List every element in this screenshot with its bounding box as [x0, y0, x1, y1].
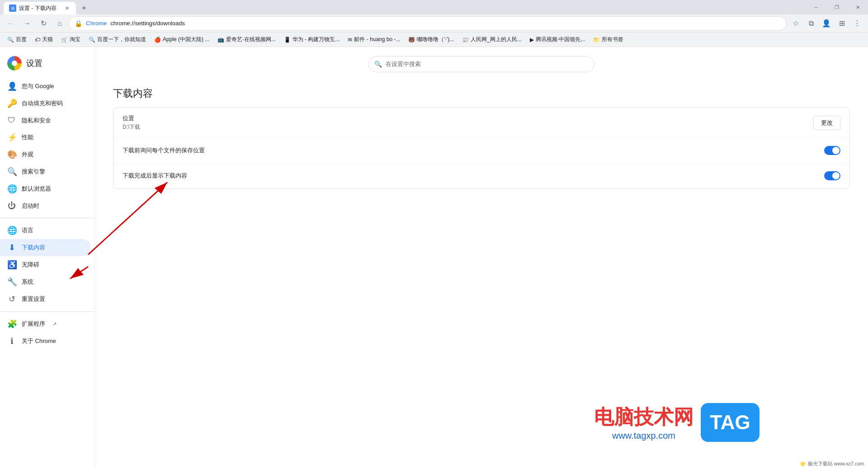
sidebar-item-browser[interactable]: 🌐 默认浏览器 — [0, 180, 91, 197]
sidebar-label: 外观 — [22, 150, 33, 159]
chrome-logo-inner — [12, 61, 17, 66]
watermark-url: www.tagxp.com — [594, 431, 693, 441]
new-tab-button[interactable]: + — [78, 2, 90, 14]
bookmark-tianmao[interactable]: 🏷天猫 — [31, 35, 57, 44]
menu-button[interactable]: ⋮ — [850, 16, 864, 31]
bookmark-all[interactable]: 📁所有书签 — [590, 35, 627, 44]
address-bar[interactable]: 🔒 Chrome chrome://settings/downloads — [69, 16, 787, 31]
bookmark-label: 所有书签 — [602, 36, 623, 43]
sidebar-label: 搜索引擎 — [22, 168, 45, 176]
tab-bar: ⚙ 设置 - 下载内容 ✕ + — [0, 0, 806, 14]
bookmark-huawei[interactable]: 📱华为 - 构建万物互... — [280, 35, 344, 44]
forward-button[interactable]: → — [20, 16, 34, 31]
location-value: D:\下载 — [123, 123, 813, 131]
key-icon: 🔑 — [7, 98, 16, 108]
extensions-button[interactable]: ⧉ — [804, 16, 818, 31]
browser-content: 设置 👤 您与 Google 🔑 自动填充和密码 🛡 隐私和安全 ⚡ 性能 🎨 … — [0, 47, 868, 469]
back-button[interactable]: ← — [4, 16, 18, 31]
bookmark-baidu-search[interactable]: 🔍百度一下，你就知道 — [85, 35, 150, 44]
bookmark-tencent[interactable]: ▶腾讯视频·中国领先... — [526, 35, 589, 44]
tab-close-button[interactable]: ✕ — [63, 5, 71, 12]
change-location-button[interactable]: 更改 — [813, 116, 840, 130]
sidebar-label: 默认浏览器 — [22, 185, 51, 193]
bookmark-icon: 🍎 — [154, 37, 161, 43]
watermark-area: 电脑技术网 www.tagxp.com TAG — [594, 403, 760, 442]
sidebar-item-appearance[interactable]: 🎨 外观 — [0, 146, 91, 163]
sidebar-label: 语言 — [22, 226, 33, 234]
bookmark-dou[interactable]: 🐻嘟噜噜噜（'·')... — [405, 35, 458, 44]
show-downloads-row: 下载完成后显示下载内容 — [113, 163, 849, 188]
bookmark-label: 腾讯视频·中国领先... — [536, 36, 585, 43]
ask-download-row: 下载前询问每个文件的保存位置 — [113, 138, 849, 163]
chrome-logo — [7, 56, 22, 70]
settings-sidebar: 设置 👤 您与 Google 🔑 自动填充和密码 🛡 隐私和安全 ⚡ 性能 🎨 … — [0, 47, 95, 469]
sidebar-item-downloads[interactable]: ⬇ 下载内容 — [0, 239, 91, 256]
location-row-content: 位置 D:\下载 — [123, 114, 813, 131]
external-link-icon: ↗ — [52, 321, 57, 327]
bookmark-icon: 🛒 — [61, 37, 68, 43]
sidebar-item-extensions[interactable]: 🧩 扩展程序 ↗ — [0, 315, 91, 333]
sidebar-item-accessibility[interactable]: ♿ 无障碍 — [0, 256, 91, 273]
sidebar-label: 性能 — [22, 133, 33, 141]
bookmark-icon: ▶ — [530, 37, 534, 43]
active-tab[interactable]: ⚙ 设置 - 下载内容 ✕ — [4, 2, 76, 14]
sidebar-label: 启动时 — [22, 202, 39, 210]
location-label: 位置 — [123, 114, 813, 122]
show-downloads-content: 下载完成后显示下载内容 — [123, 172, 824, 180]
tag-badge: TAG — [701, 403, 760, 442]
content-area: 下载内容 位置 D:\下载 更改 下载前询问每个文件的保存位置 — [95, 80, 868, 189]
sidebar-label: 系统 — [22, 278, 33, 286]
sidebar-item-startup[interactable]: ⏻ 启动时 — [0, 197, 91, 214]
tab-favicon: ⚙ — [9, 5, 16, 12]
apps-button[interactable]: ⊞ — [835, 16, 849, 31]
bookmark-label: 人民网_网上的人民... — [471, 36, 522, 43]
bookmark-icon: ✉ — [348, 37, 352, 43]
sidebar-item-autofill[interactable]: 🔑 自动填充和密码 — [0, 95, 91, 112]
sidebar-item-google[interactable]: 👤 您与 Google — [0, 78, 91, 95]
bookmark-baidu[interactable]: 🔍百度 — [4, 35, 30, 44]
bookmark-label: 邮件 - huang bo -... — [354, 36, 400, 43]
bookmark-mail[interactable]: ✉邮件 - huang bo -... — [344, 35, 404, 44]
bottom-watermark-text: 极光下载站 www.xz7.com — [808, 460, 864, 467]
person-icon: 👤 — [7, 81, 16, 91]
download-icon: ⬇ — [7, 243, 16, 253]
show-downloads-toggle[interactable] — [824, 171, 840, 180]
sidebar-divider — [0, 218, 94, 218]
bookmark-iqiyi[interactable]: 📺爱奇艺·在线视频网... — [214, 35, 279, 44]
sidebar-item-system[interactable]: 🔧 系统 — [0, 273, 91, 291]
page-title: 下载内容 — [113, 80, 850, 104]
settings-page-title: 设置 — [26, 58, 42, 69]
sidebar-label: 下载内容 — [22, 244, 45, 252]
sidebar-item-language[interactable]: 🌐 语言 — [0, 222, 91, 239]
profile-button[interactable]: 👤 — [819, 16, 834, 31]
performance-icon: ⚡ — [7, 132, 16, 142]
sidebar-item-privacy[interactable]: 🛡 隐私和安全 — [0, 112, 91, 129]
bookmark-renmin[interactable]: 📰人民网_网上的人民... — [458, 35, 525, 44]
bookmark-icon: 🏷 — [35, 37, 40, 43]
close-button[interactable]: ✕ — [847, 0, 868, 14]
security-icon: 🔒 — [75, 20, 82, 27]
bookmark-apple[interactable]: 🍎Apple (中国大陆) ... — [151, 35, 213, 44]
settings-search-box[interactable]: 🔍 在设置中搜索 — [368, 56, 594, 72]
address-path: chrome://settings/downloads — [110, 20, 185, 27]
extensions-icon: 🧩 — [7, 319, 16, 329]
sidebar-item-performance[interactable]: ⚡ 性能 — [0, 129, 91, 146]
bookmark-taobao[interactable]: 🛒淘宝 — [57, 35, 84, 44]
bookmark-icon: 🔍 — [7, 37, 14, 43]
sidebar-label: 您与 Google — [22, 82, 54, 90]
sidebar-item-reset[interactable]: ↺ 重置设置 — [0, 291, 91, 308]
sidebar-item-about[interactable]: ℹ 关于 Chrome — [0, 333, 91, 350]
browser-icon: 🌐 — [7, 184, 16, 194]
sidebar-item-search[interactable]: 🔍 搜索引擎 — [0, 163, 91, 180]
sidebar-label: 隐私和安全 — [22, 117, 51, 125]
minimize-button[interactable]: ─ — [806, 0, 826, 14]
ask-download-toggle[interactable] — [824, 146, 840, 155]
bottom-watermark: 🌟 极光下载站 www.xz7.com — [800, 460, 864, 467]
refresh-button[interactable]: ↻ — [36, 16, 51, 31]
home-button[interactable]: ⌂ — [52, 16, 67, 31]
bookmark-button[interactable]: ☆ — [788, 16, 803, 31]
maximize-button[interactable]: ❐ — [826, 0, 847, 14]
sidebar-label: 扩展程序 — [22, 320, 45, 328]
bookmark-icon: 📺 — [217, 37, 224, 43]
bookmark-icon: 📰 — [462, 37, 469, 43]
